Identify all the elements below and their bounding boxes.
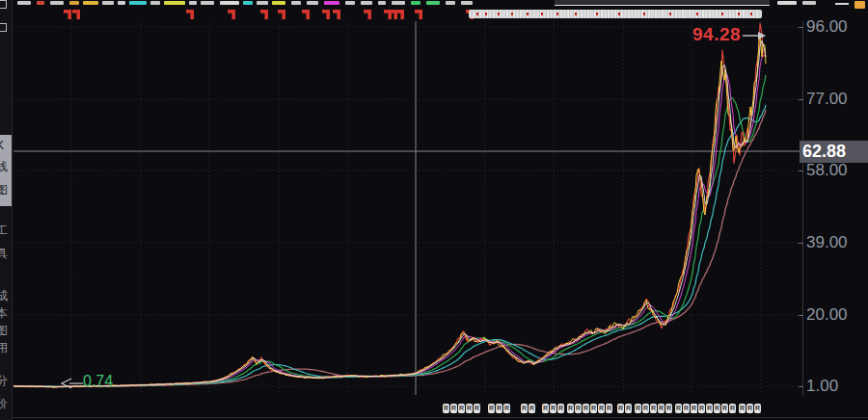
sidebar-tool-item[interactable]: 工 <box>0 223 12 237</box>
dividend-badge[interactable]: R <box>675 404 682 413</box>
series-ma-white <box>14 40 766 386</box>
sidebar-tool-icon[interactable] <box>0 0 7 9</box>
dividend-badge[interactable]: R <box>658 404 665 413</box>
news-red-dot <box>750 13 752 15</box>
dividend-badge[interactable]: R <box>683 404 690 413</box>
toolbar-input-cropped[interactable] <box>555 0 770 6</box>
news-red-dot <box>721 13 723 15</box>
toolbar-text-fragment <box>345 1 355 5</box>
toolbar-dash <box>835 3 849 5</box>
y-axis-tick-label: 77.00 <box>806 90 866 109</box>
toolbar-text-fragment <box>446 1 455 5</box>
y-axis-tick-label: 96.00 <box>806 17 866 37</box>
toolbar-text-fragment <box>378 1 386 5</box>
toolbar-text-fragment <box>361 1 372 5</box>
toolbar-text-fragment <box>118 1 125 5</box>
toolbar-text-fragment <box>37 1 44 5</box>
dividend-badge[interactable]: R <box>665 404 672 413</box>
sidebar-tool-item[interactable]: 分 <box>0 374 12 387</box>
dividend-badge[interactable]: R <box>714 404 720 413</box>
news-red-dot <box>476 13 478 15</box>
dividend-badge[interactable]: R <box>642 404 649 413</box>
dividend-badge[interactable]: R <box>739 404 746 413</box>
sidebar-tool-item[interactable]: 用 <box>0 341 12 354</box>
news-red-dot <box>498 13 500 15</box>
sidebar-tool-item[interactable]: 图 <box>0 183 12 197</box>
series-candle-yellow <box>14 35 766 387</box>
dividend-badge[interactable]: R <box>542 404 549 413</box>
dividend-badge[interactable]: R <box>754 404 761 413</box>
dividend-badge[interactable]: R <box>521 404 528 413</box>
sidebar-tool-icon[interactable] <box>0 23 7 32</box>
dividend-badge[interactable]: R <box>550 404 556 413</box>
toolbar-text-fragment <box>69 1 79 5</box>
dividend-badge[interactable]: R <box>617 404 624 413</box>
sidebar-tool-item[interactable]: 本 <box>0 306 12 320</box>
dividend-badge[interactable]: R <box>450 404 457 413</box>
dividend-badge[interactable]: R <box>466 404 473 413</box>
alert-icon[interactable] <box>854 1 865 9</box>
news-red-dot <box>511 13 513 15</box>
dividend-badge[interactable]: R <box>706 404 713 413</box>
dividend-badge[interactable]: R <box>488 404 495 413</box>
band-end-star-icon: ✦ <box>756 8 764 17</box>
news-red-dot <box>556 13 558 15</box>
toolbar-text-fragment <box>129 1 147 5</box>
dividend-badge[interactable]: R <box>721 404 728 413</box>
dense-news-marker-band[interactable] <box>469 10 762 18</box>
dividend-badge[interactable]: R <box>496 404 502 413</box>
toolbar-text-fragment <box>272 1 285 5</box>
y-axis-tick <box>799 315 803 316</box>
dividend-badge[interactable]: R <box>598 404 605 413</box>
series-candle-red <box>14 23 766 387</box>
left-tool-sidebar[interactable]: K线图工具成本图用分价 <box>0 0 13 420</box>
news-red-dot <box>738 13 740 15</box>
y-axis-tick-label: 1.00 <box>806 377 866 396</box>
toolbar-text-fragment <box>17 1 31 5</box>
current-price-label: 62.88 <box>800 141 868 163</box>
news-red-dot <box>485 13 487 15</box>
dividend-badge[interactable]: R <box>691 404 697 413</box>
y-axis-tick <box>799 27 803 28</box>
dividend-badge[interactable]: R <box>625 404 632 413</box>
dividend-badge[interactable]: R <box>575 404 582 413</box>
dividend-badge[interactable]: R <box>503 404 510 413</box>
news-red-dot <box>643 13 645 15</box>
dividend-badge[interactable]: R <box>529 404 535 413</box>
kline-chart-canvas[interactable] <box>0 0 868 420</box>
dividend-badge[interactable]: R <box>557 404 564 413</box>
low-price-label: 0.74 <box>83 373 113 390</box>
news-red-dot <box>541 13 543 15</box>
stock-chart-window: ✦RRRRRRRRRRRRRRRRRRRRRRRRRRRRRRRRRRRRRR … <box>0 0 868 420</box>
dividend-badge[interactable]: R <box>458 404 465 413</box>
toolbar-text-fragment <box>150 1 160 5</box>
sidebar-tool-item[interactable]: 线 <box>0 160 12 173</box>
dividend-badge[interactable]: R <box>567 404 574 413</box>
dividend-badge[interactable]: R <box>443 404 449 413</box>
toolbar-text-fragment <box>461 1 473 5</box>
dividend-badge[interactable]: R <box>698 404 705 413</box>
sidebar-tool-item[interactable]: 具 <box>0 247 12 260</box>
news-red-dot <box>575 13 577 15</box>
sidebar-tool-item[interactable]: 价 <box>0 397 12 410</box>
dividend-badge[interactable]: R <box>650 404 657 413</box>
dividend-badge[interactable]: R <box>583 404 589 413</box>
toolbar-text-fragment <box>164 1 185 5</box>
high-price-label: 94.28 <box>692 24 741 45</box>
toolbar-text-fragment <box>802 1 816 5</box>
bottom-border <box>0 417 868 418</box>
sidebar-tool-item[interactable]: 成 <box>0 289 12 302</box>
sidebar-tool-item[interactable]: K <box>0 139 12 152</box>
news-red-dot <box>669 13 671 15</box>
dividend-badge[interactable]: R <box>746 404 753 413</box>
news-red-dot <box>618 13 620 15</box>
dividend-badge[interactable]: R <box>606 404 612 413</box>
y-axis-tick <box>799 243 803 244</box>
dividend-badge[interactable]: R <box>635 404 641 413</box>
toolbar-text-fragment <box>220 1 239 5</box>
toolbar-text-fragment <box>50 1 64 5</box>
dividend-badge[interactable]: R <box>729 404 736 413</box>
dividend-badge[interactable]: R <box>474 404 480 413</box>
sidebar-tool-item[interactable]: 图 <box>0 324 12 337</box>
dividend-badge[interactable]: R <box>590 404 597 413</box>
